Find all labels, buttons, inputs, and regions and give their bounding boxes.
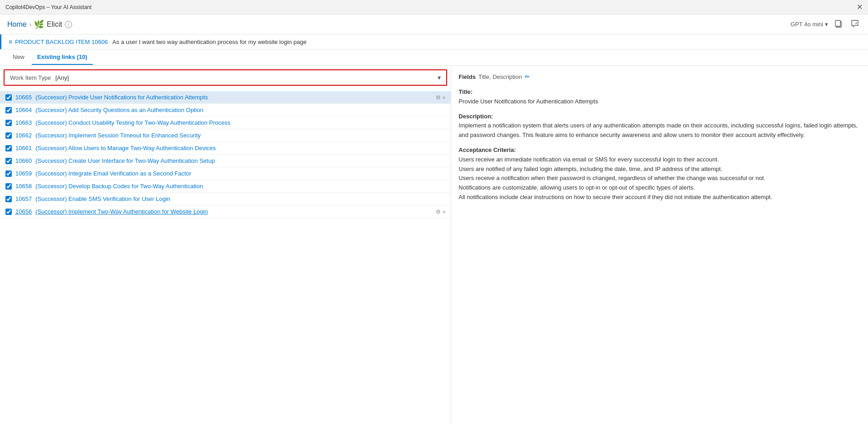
description-text: Implement a notification system that ale… [458,122,858,138]
item-checkbox-10656[interactable] [5,209,12,215]
filter-bar[interactable]: Work Item Type [Any] ▾ [4,69,447,86]
list-item[interactable]: 10659 (Successor) Integrate Email Verifi… [0,167,451,180]
gear-icon[interactable]: ⚙ [436,94,441,101]
criteria-0: Users receive an immediate notification … [458,156,719,163]
svg-rect-1 [835,20,840,26]
title-bar: Copilot4DevOps – Your AI Assistant ✕ [0,0,868,15]
item-text-10665[interactable]: (Successor) Provide User Notifications f… [35,94,432,101]
item-checkbox-10659[interactable] [5,171,12,177]
item-checkbox-10660[interactable] [5,158,12,164]
acceptance-criteria-section: Acceptance Criteria: Users receive an im… [458,146,861,202]
item-actions-10665: ⚙ » [436,94,446,101]
gear-icon[interactable]: ⚙ [436,209,441,215]
elicit-icon: 🌿 [34,20,44,29]
item-id-10659[interactable]: 10659 [15,170,32,177]
criteria-1: Users are notified of any failed login a… [458,166,722,172]
work-item-link[interactable]: PRODUCT BACKLOG ITEM 10606 [15,39,108,45]
fields-value: Title, Description [478,73,522,80]
gpt-model-selector[interactable]: GPT 4o mini ▾ [791,21,828,28]
item-text-10659[interactable]: (Successor) Integrate Email Verification… [35,170,445,177]
fields-header: Fields Title, Description ✏ [458,73,861,80]
close-button[interactable]: ✕ [857,3,863,11]
filter-value: [Any] [55,74,69,81]
list-item[interactable]: 10658 (Successor) Develop Backup Codes f… [0,180,451,193]
gpt-model-label: GPT 4o mini [791,21,823,28]
item-text-10657[interactable]: (Successor) Enable SMS Verification for … [35,195,445,202]
item-id-10658[interactable]: 10658 [15,183,32,190]
header-nav: Home › 🌿 Elicit i GPT 4o mini ▾ [0,15,868,34]
criteria-3: Notifications are customizable, allowing… [458,184,695,191]
left-panel: Work Item Type [Any] ▾ 10665 (Successor)… [0,66,451,424]
item-checkbox-10665[interactable] [5,94,12,101]
item-actions-10656: ⚙ » [436,209,446,215]
main-content: Work Item Type [Any] ▾ 10665 (Successor)… [0,66,868,424]
item-id-10664[interactable]: 10664 [15,107,32,113]
item-id-10656[interactable]: 10656 [15,208,32,215]
forward-icon: » [443,209,446,215]
acceptance-criteria-label: Acceptance Criteria: [458,146,516,153]
edit-icon[interactable]: ✏ [525,73,530,80]
list-item[interactable]: 10661 (Successor) Allow Users to Manage … [0,142,451,155]
item-checkbox-10662[interactable] [5,132,12,139]
item-checkbox-10663[interactable] [5,120,12,126]
breadcrumb-elicit-label: Elicit [47,20,62,29]
work-item-title: As a user I want two way authentication … [112,39,307,45]
item-text-10662[interactable]: (Successor) Implement Session Timeout fo… [35,132,445,139]
item-text-10656[interactable]: (Successor) Implement Two-Way Authentica… [35,208,432,215]
item-checkbox-10657[interactable] [5,196,12,202]
app-title: Copilot4DevOps – Your AI Assistant [5,4,92,10]
list-item[interactable]: 10662 (Successor) Implement Session Time… [0,129,451,142]
list-item[interactable]: 10660 (Successor) Create User Interface … [0,155,451,167]
list-item[interactable]: 10656 (Successor) Implement Two-Way Auth… [0,205,451,218]
item-id-10660[interactable]: 10660 [15,157,32,164]
forward-icon: » [443,94,446,101]
item-id-10663[interactable]: 10663 [15,119,32,126]
fields-label: Fields [458,73,476,80]
tab-new[interactable]: New [7,50,30,65]
item-id-10665[interactable]: 10665 [15,94,32,101]
info-icon[interactable]: i [65,21,72,28]
title-label: Title: [458,88,473,95]
filter-type-label: Work Item Type [10,74,51,81]
list-item[interactable]: 10657 (Successor) Enable SMS Verificatio… [0,193,451,205]
filter-chevron-icon[interactable]: ▾ [438,74,441,81]
items-list: 10665 (Successor) Provide User Notificat… [0,89,451,424]
work-item-banner: ≡ PRODUCT BACKLOG ITEM 10606 As a user I… [0,34,868,49]
work-item-type-icon: ≡ [9,38,12,45]
right-panel: Fields Title, Description ✏ Title: Provi… [451,66,868,424]
description-section: Description: Implement a notification sy… [458,112,861,140]
item-text-10664[interactable]: (Successor) Add Security Questions as an… [35,107,445,113]
item-checkbox-10658[interactable] [5,183,12,190]
work-item-badge: ≡ PRODUCT BACKLOG ITEM 10606 [9,38,108,45]
item-id-10657[interactable]: 10657 [15,195,32,202]
copy-icon-button[interactable] [833,18,844,31]
title-section: Title: Provide User Notifications for Au… [458,88,861,107]
item-id-10661[interactable]: 10661 [15,145,32,151]
list-item[interactable]: 10665 (Successor) Provide User Notificat… [0,91,451,104]
home-link[interactable]: Home [7,20,27,29]
item-checkbox-10661[interactable] [5,145,12,151]
tabs-bar: New Existing links (10) [0,49,868,66]
list-item[interactable]: 10663 (Successor) Conduct Usability Test… [0,117,451,129]
chat-icon-button[interactable] [849,18,861,31]
breadcrumb: Home › 🌿 Elicit i [7,20,72,29]
description-label: Description: [458,113,493,120]
breadcrumb-separator: › [29,21,32,28]
item-text-10660[interactable]: (Successor) Create User Interface for Tw… [35,157,445,164]
list-item[interactable]: 10664 (Successor) Add Security Questions… [0,104,451,117]
item-text-10663[interactable]: (Successor) Conduct Usability Testing fo… [35,119,445,126]
item-text-10658[interactable]: (Successor) Develop Backup Codes for Two… [35,183,445,190]
item-checkbox-10664[interactable] [5,107,12,113]
item-text-10661[interactable]: (Successor) Allow Users to Manage Two-Wa… [35,145,445,151]
tab-existing-links[interactable]: Existing links (10) [32,50,93,65]
title-value: Provide User Notifications for Authentic… [458,98,598,105]
header-right: GPT 4o mini ▾ [791,18,861,31]
chevron-down-icon: ▾ [825,21,828,28]
copy-icon [834,20,843,28]
chat-icon [851,20,859,28]
criteria-4: All notifications include clear instruct… [458,194,772,200]
breadcrumb-current: 🌿 Elicit i [34,20,72,29]
filter-label-group: Work Item Type [Any] [10,74,69,81]
item-id-10662[interactable]: 10662 [15,132,32,139]
criteria-2: Users receive a notification when their … [458,175,765,181]
